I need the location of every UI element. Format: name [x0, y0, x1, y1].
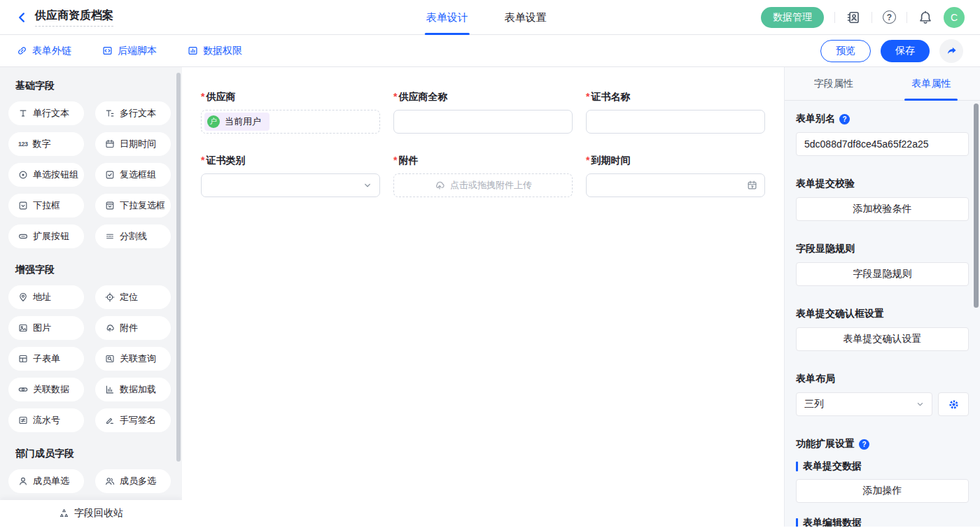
- basic-fields-grid: 单行文本 多行文本 123 数字 日期时间: [8, 101, 171, 248]
- question-icon: ?: [887, 13, 892, 22]
- people-icon: [105, 476, 115, 486]
- field-label: 证书名称: [591, 91, 630, 102]
- field-pill-single-line-text[interactable]: 单行文本: [8, 101, 84, 125]
- field-pill-extend-button[interactable]: 扩展按钮: [8, 224, 84, 248]
- panel-scrollbar[interactable]: [974, 104, 979, 308]
- attachment-upload-area[interactable]: 点击或拖拽附件上传: [393, 173, 573, 197]
- field-label: 附件: [398, 155, 418, 166]
- field-expiry-date[interactable]: *到期时间: [586, 155, 765, 197]
- radio-icon: [18, 170, 28, 180]
- notifications-button[interactable]: [918, 10, 933, 25]
- calendar-icon: [105, 139, 115, 149]
- sidebar-content: 基础字段 单行文本 多行文本 123 数字: [0, 67, 182, 524]
- field-pill-location[interactable]: 定位: [95, 285, 171, 309]
- field-certificate-type[interactable]: *证书类别: [201, 155, 380, 197]
- supplier-tag-box[interactable]: 户 当前用户: [201, 110, 380, 134]
- image-icon: [18, 323, 28, 333]
- field-pill-data-load[interactable]: 数据加载: [95, 378, 171, 401]
- field-pill-member-single[interactable]: 成员单选: [8, 469, 84, 493]
- certificate-type-select[interactable]: [201, 173, 380, 197]
- required-mark: *: [586, 155, 589, 166]
- bar-chart-icon: [105, 385, 115, 394]
- field-library-sidebar: 基础字段 单行文本 多行文本 123 数字: [0, 67, 182, 527]
- gear-icon: [948, 399, 960, 411]
- current-user-tag[interactable]: 户 当前用户: [204, 113, 270, 131]
- tab-form-properties[interactable]: 表单属性: [883, 67, 980, 100]
- field-pill-multiline-text[interactable]: 多行文本: [95, 101, 171, 125]
- form-alias-title: 表单别名 ?: [796, 113, 969, 125]
- panel-body: 表单别名 ? 表单提交校验 添加校验条件 字段显隐规则 字段显隐规则 表单提交确…: [785, 113, 980, 527]
- field-pill-datetime[interactable]: 日期时间: [95, 132, 171, 156]
- help-icon[interactable]: ?: [859, 439, 869, 450]
- preview-button[interactable]: 预览: [820, 40, 871, 62]
- form-alias-input[interactable]: [796, 132, 969, 156]
- share-button[interactable]: [939, 39, 963, 63]
- extension-settings-title: 功能扩展设置 ?: [796, 438, 969, 450]
- submit-data-add-action-button[interactable]: 添加操作: [796, 479, 969, 503]
- field-pill-number[interactable]: 123 数字: [8, 132, 84, 156]
- accent-bar: [796, 518, 798, 527]
- help-button[interactable]: ?: [883, 10, 896, 24]
- field-pill-divider[interactable]: 分割线: [95, 224, 171, 248]
- crosshair-icon: [105, 292, 115, 302]
- layout-select[interactable]: 三列: [796, 392, 932, 416]
- certificate-name-input[interactable]: [586, 110, 765, 134]
- data-manage-button[interactable]: 数据管理: [761, 7, 824, 28]
- active-tab-underline: [904, 99, 958, 101]
- section-title-enhanced-fields: 增强字段: [15, 264, 171, 276]
- cloud-upload-icon: [105, 323, 115, 333]
- tab-form-design[interactable]: 表单设计: [426, 0, 468, 35]
- divider: [834, 12, 835, 23]
- field-attachment[interactable]: *附件 点击或拖拽附件上传: [393, 155, 573, 197]
- supplier-fullname-input[interactable]: [393, 110, 573, 134]
- external-link-button[interactable]: 表单外链: [17, 45, 71, 57]
- data-permission-button[interactable]: 数据权限: [188, 45, 242, 57]
- field-pill-subform[interactable]: 子表单: [8, 347, 84, 371]
- field-supplier[interactable]: *供应商 户 当前用户: [201, 91, 380, 134]
- back-button[interactable]: [15, 11, 28, 24]
- submit-confirm-button[interactable]: 表单提交确认设置: [796, 327, 969, 351]
- field-pill-address[interactable]: 地址: [8, 285, 84, 309]
- field-pill-radio-group[interactable]: 单选按钮组: [8, 163, 84, 187]
- field-pill-image[interactable]: 图片: [8, 316, 84, 340]
- serial-number-icon: [18, 415, 28, 425]
- field-pill-attachment[interactable]: 附件: [95, 316, 171, 340]
- expiry-date-input[interactable]: [586, 173, 765, 197]
- field-pill-linked-query[interactable]: 关联查询: [95, 347, 171, 371]
- section-title-member-fields: 部门成员字段: [15, 448, 171, 460]
- person-icon: [18, 476, 28, 486]
- contacts-button[interactable]: [846, 10, 861, 25]
- field-supplier-fullname[interactable]: *供应商全称: [393, 91, 573, 134]
- help-icon[interactable]: ?: [839, 114, 850, 124]
- cloud-upload-icon: [434, 180, 445, 191]
- field-pill-signature[interactable]: 手写签名: [95, 408, 171, 432]
- required-mark: *: [393, 155, 397, 166]
- save-button[interactable]: 保存: [881, 40, 930, 62]
- form-layout-row: 三列: [796, 392, 969, 416]
- field-certificate-name[interactable]: *证书名称: [586, 91, 765, 134]
- field-pill-select[interactable]: 下拉框: [8, 194, 84, 217]
- tab-form-settings[interactable]: 表单设置: [505, 0, 547, 35]
- backend-script-button[interactable]: 后端脚本: [102, 45, 157, 57]
- tab-field-properties[interactable]: 字段属性: [785, 67, 883, 100]
- form-canvas[interactable]: *供应商 户 当前用户 *供应商全称 *证书名称: [182, 67, 784, 527]
- page-title[interactable]: 供应商资质档案: [35, 8, 113, 27]
- user-avatar[interactable]: C: [944, 7, 965, 28]
- active-tab-underline: [425, 33, 470, 35]
- multi-select-box-icon: [105, 201, 115, 211]
- field-pill-member-multi[interactable]: 成员多选: [95, 469, 171, 493]
- divider: [906, 12, 907, 23]
- field-visibility-button[interactable]: 字段显隐规则: [796, 262, 969, 286]
- number-icon: 123: [18, 141, 28, 148]
- field-pill-linked-data[interactable]: 关联数据: [8, 378, 84, 401]
- field-pill-multi-select[interactable]: 下拉复选框: [95, 194, 171, 217]
- field-pill-serial-number[interactable]: 流水号: [8, 408, 84, 432]
- calendar-icon: [747, 180, 757, 191]
- panel-tabs: 字段属性 表单属性: [785, 67, 980, 101]
- field-pill-checkbox-group[interactable]: 复选框组: [95, 163, 171, 187]
- accent-bar: [796, 462, 798, 471]
- layout-settings-button[interactable]: [938, 392, 969, 416]
- sidebar-scrollbar[interactable]: [176, 73, 181, 462]
- add-validation-button[interactable]: 添加校验条件: [796, 197, 969, 221]
- field-recycle-bin[interactable]: 字段回收站: [0, 500, 182, 527]
